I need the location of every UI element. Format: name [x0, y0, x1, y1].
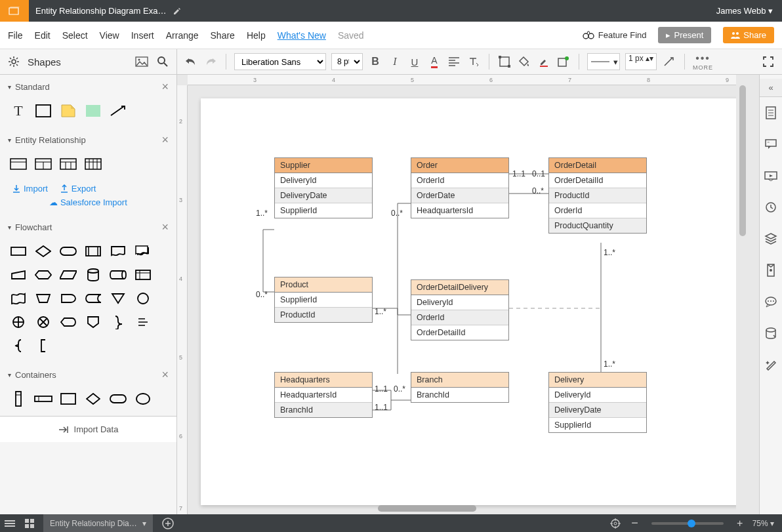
import-data-button[interactable]: Import Data — [0, 416, 176, 442]
edit-title-icon[interactable] — [173, 7, 182, 16]
zoom-in-icon[interactable]: + — [730, 514, 750, 532]
add-page-icon[interactable] — [158, 514, 178, 532]
comment-icon[interactable]: ” — [760, 129, 783, 160]
undo-icon[interactable] — [184, 54, 198, 69]
redo-icon[interactable] — [203, 54, 218, 69]
menu-edit[interactable]: Edit — [35, 26, 51, 45]
er-shape-3[interactable] — [59, 156, 77, 172]
user-menu[interactable]: James Webb ▾ — [707, 6, 782, 16]
fc-predefined[interactable] — [84, 243, 102, 259]
er-shape-2[interactable] — [34, 156, 52, 172]
cont-6[interactable] — [134, 391, 152, 407]
fc-summing[interactable] — [34, 314, 52, 330]
menu-file[interactable]: File — [8, 26, 23, 45]
feature-find[interactable]: Feature Find — [583, 30, 647, 40]
menu-select[interactable]: Select — [62, 26, 88, 45]
fill-icon[interactable] — [517, 54, 531, 69]
arrow-line-shape[interactable] — [109, 103, 127, 119]
line-style-select[interactable]: ▾ — [587, 53, 620, 70]
collapse-right-icon[interactable]: « — [760, 79, 782, 97]
cont-5[interactable] — [109, 391, 127, 407]
fc-document[interactable] — [109, 243, 127, 259]
table-delivery[interactable]: Delivery DeliveryId DeliveryDate Supplie… — [548, 372, 647, 433]
menu-share[interactable]: Share — [211, 26, 235, 45]
close-icon[interactable]: × — [161, 368, 169, 382]
zoom-value[interactable]: 75% ▾ — [750, 519, 782, 528]
menu-arrange[interactable]: Arrange — [166, 26, 199, 45]
cont-1[interactable] — [9, 391, 28, 407]
align-icon[interactable] — [447, 54, 461, 69]
page-icon[interactable] — [760, 97, 783, 129]
menu-whatsnew[interactable]: What's New — [278, 26, 326, 45]
fc-note[interactable] — [134, 314, 152, 330]
table-supplier[interactable]: Supplier DeliveryId DeliveryDate Supplie… — [274, 157, 373, 218]
magic-icon[interactable] — [760, 349, 783, 380]
share-button[interactable]: Share — [723, 27, 774, 43]
cont-3[interactable] — [59, 391, 77, 407]
presentation-icon[interactable] — [760, 160, 783, 192]
page-tab[interactable]: Entity Relationship Dia… ▾ — [43, 514, 153, 532]
fc-decision[interactable] — [34, 243, 52, 259]
fc-terminator[interactable] — [59, 243, 77, 259]
section-containers[interactable]: ▾Containers× — [0, 363, 176, 387]
page[interactable]: Supplier DeliveryId DeliveryDate Supplie… — [201, 98, 736, 505]
line-width-select[interactable]: 1 px ▴▾ — [625, 53, 657, 70]
search-icon[interactable] — [155, 54, 170, 69]
more-button[interactable]: ••• MORE — [693, 52, 713, 71]
fc-manual-input[interactable] — [9, 267, 28, 283]
chat-icon[interactable] — [760, 286, 783, 317]
salesforce-import[interactable]: ☁ Salesforce Import — [0, 197, 176, 215]
scrollbar-horizontal[interactable] — [188, 504, 736, 513]
fc-papertape[interactable] — [9, 291, 28, 306]
app-logo[interactable] — [0, 0, 29, 22]
layers-icon[interactable] — [760, 223, 783, 255]
present-button[interactable]: ▸ Present — [658, 27, 711, 43]
fc-stored[interactable] — [84, 291, 102, 306]
section-standard[interactable]: ▾Standard× — [0, 75, 176, 99]
list-view-icon[interactable] — [0, 514, 20, 532]
section-entity[interactable]: ▾Entity Relationship× — [0, 128, 176, 152]
fc-direct[interactable] — [109, 267, 127, 283]
grid-view-icon[interactable] — [20, 514, 39, 532]
target-icon[interactable] — [606, 514, 625, 532]
zoom-out-icon[interactable]: − — [625, 514, 645, 532]
cont-2[interactable] — [34, 391, 52, 407]
menu-view[interactable]: View — [100, 26, 119, 45]
note-shape[interactable] — [59, 103, 77, 119]
table-branch[interactable]: Branch BranchId — [411, 372, 509, 403]
fc-brace[interactable] — [109, 314, 127, 330]
table-headquarters[interactable]: Headquarters HeadquartersId BranchId — [274, 372, 373, 418]
er-export[interactable]: Export — [60, 184, 96, 194]
fc-delay[interactable] — [59, 291, 77, 306]
fullscreen-icon[interactable] — [761, 54, 775, 69]
table-product[interactable]: Product SupplierId ProductId — [274, 277, 373, 323]
italic-icon[interactable]: I — [388, 54, 402, 69]
fc-display[interactable] — [59, 314, 77, 330]
fc-process[interactable] — [9, 243, 28, 259]
fc-or[interactable] — [9, 314, 28, 330]
fc-bracket[interactable] — [34, 338, 52, 354]
text-options-icon[interactable] — [466, 54, 481, 69]
cont-4[interactable] — [84, 391, 102, 407]
table-orderdetaildelivery[interactable]: OrderDetailDelivery DeliveryId OrderId O… — [411, 279, 509, 340]
zoom-slider[interactable] — [651, 522, 724, 525]
shape-options-icon[interactable] — [556, 54, 571, 69]
menu-insert[interactable]: Insert — [131, 26, 154, 45]
close-icon[interactable]: × — [161, 133, 169, 147]
fc-database[interactable] — [84, 267, 102, 283]
image-icon[interactable] — [134, 54, 149, 69]
bold-icon[interactable]: B — [368, 54, 382, 69]
text-shape[interactable]: T — [9, 103, 28, 119]
close-icon[interactable]: × — [161, 220, 169, 234]
fc-merge[interactable] — [109, 291, 127, 306]
menu-help[interactable]: Help — [247, 26, 266, 45]
fc-manualop[interactable] — [34, 291, 52, 306]
section-flowchart[interactable]: ▾Flowchart× — [0, 215, 176, 239]
gear-icon[interactable] — [7, 54, 21, 69]
text-color-icon[interactable]: A — [427, 54, 442, 69]
line-options-icon[interactable] — [662, 54, 676, 69]
data2-icon[interactable] — [760, 317, 783, 349]
doc-title[interactable]: Entity Relationship Diagram Exa… — [29, 6, 173, 16]
border-color-icon[interactable] — [537, 54, 551, 69]
fc-multidoc[interactable] — [134, 243, 152, 259]
